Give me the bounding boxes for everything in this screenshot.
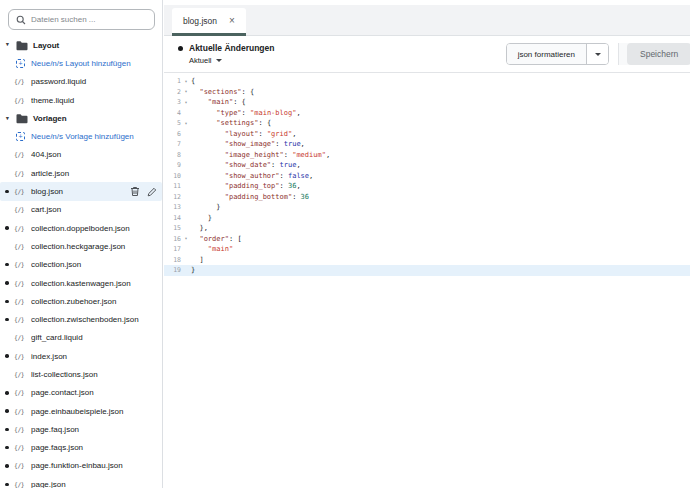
code-file-icon: {/} bbox=[14, 408, 28, 415]
code-text: "main": { bbox=[191, 98, 690, 106]
tab-blog-json[interactable]: blog.json × bbox=[172, 8, 246, 36]
file-label: collection.json bbox=[31, 260, 157, 269]
code-text: "show_date": true, bbox=[191, 161, 690, 169]
code-line-1[interactable]: 1▾{ bbox=[164, 76, 690, 87]
code-line-11[interactable]: 11 "padding_top": 36, bbox=[164, 181, 690, 192]
modified-dot-icon bbox=[5, 263, 9, 267]
code-line-18[interactable]: 18 ] bbox=[164, 255, 690, 266]
file-label: collection.doppelboden.json bbox=[31, 224, 157, 233]
file-search-box[interactable] bbox=[8, 9, 155, 30]
file-row-page.einbaubeispiele.json[interactable]: {/}page.einbaubeispiele.json bbox=[0, 402, 162, 420]
code-line-4[interactable]: 4 "type": "main-blog", bbox=[164, 108, 690, 119]
chevron-down-icon[interactable]: ▾ bbox=[6, 116, 16, 122]
file-row-collection.doppelboden.json[interactable]: {/}collection.doppelboden.json bbox=[0, 219, 162, 237]
modified-dot-slot bbox=[5, 281, 14, 285]
version-dropdown[interactable]: Aktuell bbox=[189, 56, 274, 65]
format-menu-button[interactable] bbox=[587, 44, 608, 64]
fold-arrow-icon[interactable]: ▾ bbox=[181, 89, 191, 94]
close-icon[interactable]: × bbox=[229, 16, 235, 26]
folder-row-vorlagen[interactable]: ▾Vorlagen bbox=[0, 109, 162, 127]
line-number: 16 bbox=[164, 235, 181, 243]
changes-status: Aktuelle Änderungen Aktuell bbox=[178, 36, 274, 72]
code-line-12[interactable]: 12 "padding_bottom": 36 bbox=[164, 192, 690, 203]
code-text: ] bbox=[191, 256, 690, 264]
file-label: article.json bbox=[31, 169, 157, 178]
file-label: collection.zubehoer.json bbox=[31, 297, 157, 306]
file-row-collection.json[interactable]: {/}collection.json bbox=[0, 256, 162, 274]
file-row-page.faqs.json[interactable]: {/}page.faqs.json bbox=[0, 439, 162, 457]
code-line-15[interactable]: 15 }, bbox=[164, 223, 690, 234]
code-line-14[interactable]: 14 } bbox=[164, 213, 690, 224]
code-line-13[interactable]: 13 } bbox=[164, 202, 690, 213]
file-row-page.contact.json[interactable]: {/}page.contact.json bbox=[0, 384, 162, 402]
file-row-gift_card.liquid[interactable]: {/}gift_card.liquid bbox=[0, 329, 162, 347]
file-row-collection.zubehoer.json[interactable]: {/}collection.zubehoer.json bbox=[0, 292, 162, 310]
folder-icon bbox=[16, 113, 28, 124]
add-file-row[interactable]: +Neue/n/s Vorlage hinzufügen bbox=[0, 127, 162, 145]
add-file-icon: + bbox=[16, 132, 25, 141]
file-row-list-collections.json[interactable]: {/}list-collections.json bbox=[0, 365, 162, 383]
pencil-icon[interactable] bbox=[147, 187, 157, 197]
modified-dot-slot bbox=[5, 354, 14, 358]
file-row-cart.json[interactable]: {/}cart.json bbox=[0, 201, 162, 219]
file-label: page.json bbox=[31, 480, 157, 488]
file-label: index.json bbox=[31, 352, 157, 361]
file-row-404.json[interactable]: {/}404.json bbox=[0, 146, 162, 164]
code-line-19[interactable]: 19} bbox=[164, 265, 690, 276]
code-file-icon: {/} bbox=[14, 371, 28, 378]
file-label: password.liquid bbox=[31, 77, 157, 86]
code-text: "order": [ bbox=[191, 235, 690, 243]
code-line-7[interactable]: 7 "show_image": true, bbox=[164, 139, 690, 150]
editor-panel: blog.json × Aktuelle Änderungen Aktuell … bbox=[164, 0, 690, 488]
chevron-down-icon[interactable]: ▾ bbox=[6, 42, 16, 48]
fold-arrow-icon[interactable]: ▾ bbox=[181, 121, 191, 126]
file-row-collection.heckgarage.json[interactable]: {/}collection.heckgarage.json bbox=[0, 237, 162, 255]
code-line-2[interactable]: 2▾ "sections": { bbox=[164, 87, 690, 98]
file-row-blog.json[interactable]: {/}blog.json bbox=[0, 182, 162, 200]
fold-arrow-icon[interactable]: ▾ bbox=[181, 79, 191, 84]
folder-row-layout[interactable]: ▾Layout bbox=[0, 36, 162, 54]
code-line-9[interactable]: 9 "show_date": true, bbox=[164, 160, 690, 171]
json-format-button[interactable]: json formatieren bbox=[507, 44, 587, 64]
code-line-17[interactable]: 17 "main" bbox=[164, 244, 690, 255]
modified-dot-icon bbox=[5, 318, 9, 322]
file-row-article.json[interactable]: {/}article.json bbox=[0, 164, 162, 182]
trash-icon[interactable] bbox=[130, 186, 140, 197]
code-file-icon: {/} bbox=[14, 225, 28, 232]
version-label: Aktuell bbox=[189, 56, 212, 65]
file-label: cart.json bbox=[31, 205, 157, 214]
code-editor[interactable]: 1▾{2▾ "sections": {3▾ "main": {4 "type":… bbox=[164, 74, 690, 488]
code-line-3[interactable]: 3▾ "main": { bbox=[164, 97, 690, 108]
line-number: 3 bbox=[164, 98, 181, 106]
line-number: 15 bbox=[164, 224, 181, 232]
unsaved-dot-icon bbox=[178, 46, 183, 51]
file-row-page.faq.json[interactable]: {/}page.faq.json bbox=[0, 420, 162, 438]
code-line-16[interactable]: 16▾ "order": [ bbox=[164, 234, 690, 245]
modified-dot-slot bbox=[5, 464, 14, 468]
file-row-collection.zwischenboden.json[interactable]: {/}collection.zwischenboden.json bbox=[0, 310, 162, 328]
add-file-row[interactable]: +Neue/n/s Layout hinzufügen bbox=[0, 54, 162, 72]
line-number: 8 bbox=[164, 151, 181, 159]
file-row-collection.kastenwagen.json[interactable]: {/}collection.kastenwagen.json bbox=[0, 274, 162, 292]
code-line-6[interactable]: 6 "layout": "grid", bbox=[164, 129, 690, 140]
fold-arrow-icon[interactable]: ▾ bbox=[181, 100, 191, 105]
file-row-theme.liquid[interactable]: {/}theme.liquid bbox=[0, 91, 162, 109]
file-row-password.liquid[interactable]: {/}password.liquid bbox=[0, 73, 162, 91]
file-row-index.json[interactable]: {/}index.json bbox=[0, 347, 162, 365]
save-button[interactable]: Speichern bbox=[627, 43, 690, 65]
toolbar-actions: json formatieren Speichern bbox=[506, 36, 690, 72]
modified-dot-slot bbox=[5, 409, 14, 413]
code-file-icon: {/} bbox=[14, 170, 28, 177]
file-row-page.funktion-einbau.json[interactable]: {/}page.funktion-einbau.json bbox=[0, 457, 162, 475]
file-tree: ▾Layout+Neue/n/s Layout hinzufügen{/}pas… bbox=[0, 36, 162, 488]
modified-dot-icon bbox=[5, 409, 9, 413]
file-row-page.json[interactable]: {/}page.json bbox=[0, 475, 162, 488]
modified-dot-icon bbox=[5, 483, 9, 487]
code-line-8[interactable]: 8 "image_height": "medium", bbox=[164, 150, 690, 161]
modified-dot-slot bbox=[5, 263, 14, 267]
fold-arrow-icon[interactable]: ▾ bbox=[181, 236, 191, 241]
code-text: "layout": "grid", bbox=[191, 130, 690, 138]
code-line-5[interactable]: 5▾ "settings": { bbox=[164, 118, 690, 129]
code-line-10[interactable]: 10 "show_author": false, bbox=[164, 171, 690, 182]
file-search-input[interactable] bbox=[31, 15, 147, 24]
